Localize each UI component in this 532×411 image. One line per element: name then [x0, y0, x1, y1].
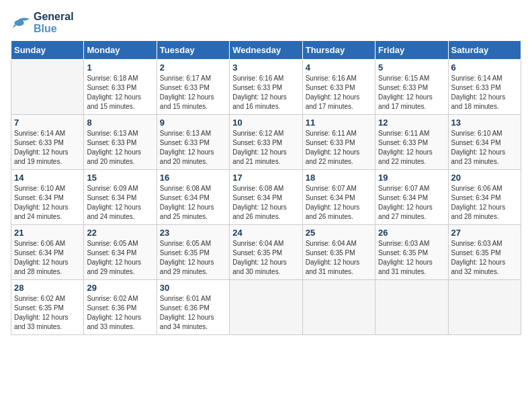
week-row-3: 14Sunrise: 6:10 AM Sunset: 6:34 PM Dayli…	[11, 170, 521, 225]
day-cell: 27Sunrise: 6:03 AM Sunset: 6:35 PM Dayli…	[448, 225, 521, 280]
day-cell: 22Sunrise: 6:05 AM Sunset: 6:34 PM Dayli…	[84, 225, 157, 280]
day-number: 25	[306, 228, 372, 238]
day-number: 22	[87, 228, 153, 238]
day-cell	[11, 60, 84, 115]
day-info: Sunrise: 6:02 AM Sunset: 6:36 PM Dayligh…	[87, 294, 153, 332]
day-cell: 15Sunrise: 6:09 AM Sunset: 6:34 PM Dayli…	[84, 170, 157, 225]
day-number: 12	[378, 118, 445, 128]
day-cell: 11Sunrise: 6:11 AM Sunset: 6:33 PM Dayli…	[302, 115, 375, 170]
day-info: Sunrise: 6:07 AM Sunset: 6:34 PM Dayligh…	[378, 184, 445, 222]
day-info: Sunrise: 6:15 AM Sunset: 6:33 PM Dayligh…	[378, 74, 445, 111]
day-cell: 23Sunrise: 6:05 AM Sunset: 6:35 PM Dayli…	[157, 225, 229, 280]
day-info: Sunrise: 6:18 AM Sunset: 6:33 PM Dayligh…	[87, 74, 153, 111]
day-number: 10	[232, 118, 299, 128]
weekday-thursday: Thursday	[302, 41, 375, 60]
weekday-header-row: SundayMondayTuesdayWednesdayThursdayFrid…	[11, 41, 521, 60]
day-cell: 30Sunrise: 6:01 AM Sunset: 6:36 PM Dayli…	[157, 280, 229, 335]
week-row-5: 28Sunrise: 6:02 AM Sunset: 6:35 PM Dayli…	[11, 280, 521, 335]
day-number: 14	[14, 173, 81, 183]
weekday-saturday: Saturday	[448, 41, 521, 60]
day-info: Sunrise: 6:14 AM Sunset: 6:33 PM Dayligh…	[14, 129, 81, 167]
day-info: Sunrise: 6:16 AM Sunset: 6:33 PM Dayligh…	[232, 74, 299, 111]
day-number: 5	[378, 62, 445, 73]
day-info: Sunrise: 6:16 AM Sunset: 6:33 PM Dayligh…	[306, 74, 372, 111]
day-cell: 3Sunrise: 6:16 AM Sunset: 6:33 PM Daylig…	[230, 60, 302, 115]
day-cell: 20Sunrise: 6:06 AM Sunset: 6:34 PM Dayli…	[448, 170, 521, 225]
day-info: Sunrise: 6:09 AM Sunset: 6:34 PM Dayligh…	[87, 184, 153, 222]
day-cell: 4Sunrise: 6:16 AM Sunset: 6:33 PM Daylig…	[302, 60, 375, 115]
day-info: Sunrise: 6:11 AM Sunset: 6:33 PM Dayligh…	[378, 129, 445, 167]
day-number: 7	[14, 118, 81, 128]
day-info: Sunrise: 6:12 AM Sunset: 6:33 PM Dayligh…	[232, 129, 299, 167]
day-number: 24	[232, 228, 299, 238]
day-cell: 12Sunrise: 6:11 AM Sunset: 6:33 PM Dayli…	[375, 115, 448, 170]
day-info: Sunrise: 6:10 AM Sunset: 6:34 PM Dayligh…	[451, 129, 518, 167]
day-number: 20	[451, 173, 518, 183]
day-number: 15	[87, 173, 153, 183]
day-cell: 21Sunrise: 6:06 AM Sunset: 6:34 PM Dayli…	[11, 225, 84, 280]
day-number: 13	[451, 118, 518, 128]
day-number: 2	[160, 62, 226, 73]
day-number: 27	[451, 228, 518, 238]
day-info: Sunrise: 6:10 AM Sunset: 6:34 PM Dayligh…	[14, 184, 81, 222]
day-number: 29	[87, 283, 153, 293]
weekday-monday: Monday	[84, 41, 157, 60]
day-cell	[230, 280, 302, 335]
day-number: 4	[306, 62, 372, 73]
day-number: 1	[87, 62, 153, 73]
day-cell: 17Sunrise: 6:08 AM Sunset: 6:34 PM Dayli…	[230, 170, 302, 225]
weekday-wednesday: Wednesday	[230, 41, 302, 60]
day-number: 21	[14, 228, 81, 238]
day-number: 8	[87, 118, 153, 128]
day-cell: 18Sunrise: 6:07 AM Sunset: 6:34 PM Dayli…	[302, 170, 375, 225]
day-cell: 25Sunrise: 6:04 AM Sunset: 6:35 PM Dayli…	[302, 225, 375, 280]
day-number: 6	[451, 62, 518, 73]
day-cell: 8Sunrise: 6:13 AM Sunset: 6:33 PM Daylig…	[84, 115, 157, 170]
day-number: 18	[306, 173, 372, 183]
day-info: Sunrise: 6:05 AM Sunset: 6:35 PM Dayligh…	[160, 239, 226, 277]
day-cell: 2Sunrise: 6:17 AM Sunset: 6:33 PM Daylig…	[157, 60, 229, 115]
day-cell: 13Sunrise: 6:10 AM Sunset: 6:34 PM Dayli…	[448, 115, 521, 170]
day-info: Sunrise: 6:13 AM Sunset: 6:33 PM Dayligh…	[160, 129, 226, 167]
day-cell: 6Sunrise: 6:14 AM Sunset: 6:33 PM Daylig…	[448, 60, 521, 115]
day-info: Sunrise: 6:03 AM Sunset: 6:35 PM Dayligh…	[451, 239, 518, 277]
calendar-table: SundayMondayTuesdayWednesdayThursdayFrid…	[11, 40, 521, 335]
day-cell: 7Sunrise: 6:14 AM Sunset: 6:33 PM Daylig…	[11, 115, 84, 170]
day-number: 11	[306, 118, 372, 128]
logo-icon	[11, 15, 31, 31]
day-info: Sunrise: 6:06 AM Sunset: 6:34 PM Dayligh…	[451, 184, 518, 222]
day-info: Sunrise: 6:04 AM Sunset: 6:35 PM Dayligh…	[306, 239, 372, 277]
day-info: Sunrise: 6:06 AM Sunset: 6:34 PM Dayligh…	[14, 239, 81, 277]
day-info: Sunrise: 6:01 AM Sunset: 6:36 PM Dayligh…	[160, 294, 226, 332]
day-info: Sunrise: 6:11 AM Sunset: 6:33 PM Dayligh…	[306, 129, 372, 167]
day-info: Sunrise: 6:07 AM Sunset: 6:34 PM Dayligh…	[306, 184, 372, 222]
day-cell: 5Sunrise: 6:15 AM Sunset: 6:33 PM Daylig…	[375, 60, 448, 115]
day-cell: 29Sunrise: 6:02 AM Sunset: 6:36 PM Dayli…	[84, 280, 157, 335]
day-cell	[448, 280, 521, 335]
day-info: Sunrise: 6:04 AM Sunset: 6:35 PM Dayligh…	[232, 239, 299, 277]
logo-text: General Blue	[34, 11, 74, 35]
day-number: 23	[160, 228, 226, 238]
day-number: 9	[160, 118, 226, 128]
day-info: Sunrise: 6:14 AM Sunset: 6:33 PM Dayligh…	[451, 74, 518, 111]
day-cell: 9Sunrise: 6:13 AM Sunset: 6:33 PM Daylig…	[157, 115, 229, 170]
day-cell: 10Sunrise: 6:12 AM Sunset: 6:33 PM Dayli…	[230, 115, 302, 170]
day-cell: 24Sunrise: 6:04 AM Sunset: 6:35 PM Dayli…	[230, 225, 302, 280]
day-number: 16	[160, 173, 226, 183]
day-info: Sunrise: 6:08 AM Sunset: 6:34 PM Dayligh…	[160, 184, 226, 222]
day-number: 28	[14, 283, 81, 293]
logo: General Blue	[11, 11, 74, 35]
weekday-sunday: Sunday	[11, 41, 84, 60]
day-info: Sunrise: 6:05 AM Sunset: 6:34 PM Dayligh…	[87, 239, 153, 277]
day-info: Sunrise: 6:13 AM Sunset: 6:33 PM Dayligh…	[87, 129, 153, 167]
week-row-4: 21Sunrise: 6:06 AM Sunset: 6:34 PM Dayli…	[11, 225, 521, 280]
page-header: General Blue	[11, 11, 521, 35]
week-row-2: 7Sunrise: 6:14 AM Sunset: 6:33 PM Daylig…	[11, 115, 521, 170]
day-info: Sunrise: 6:17 AM Sunset: 6:33 PM Dayligh…	[160, 74, 226, 111]
day-cell	[375, 280, 448, 335]
day-cell: 26Sunrise: 6:03 AM Sunset: 6:35 PM Dayli…	[375, 225, 448, 280]
day-info: Sunrise: 6:02 AM Sunset: 6:35 PM Dayligh…	[14, 294, 81, 332]
day-number: 19	[378, 173, 445, 183]
weekday-friday: Friday	[375, 41, 448, 60]
day-number: 17	[232, 173, 299, 183]
